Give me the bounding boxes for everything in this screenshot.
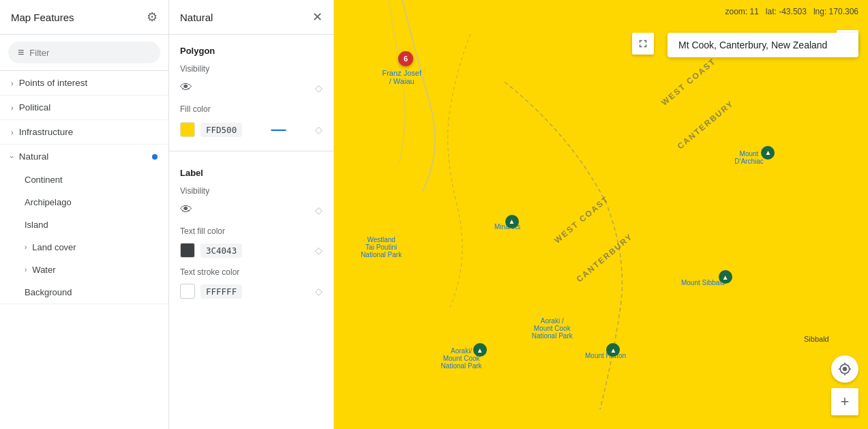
nav-section-infrastructure: › Infrastructure — [0, 120, 168, 145]
sidebar-item-label: Natural — [19, 151, 49, 162]
text-stroke-color-swatch-group: FFFFFF — [180, 284, 242, 299]
label-section-title: Label — [169, 157, 333, 183]
sidebar-item-infrastructure[interactable]: › Infrastructure — [0, 120, 168, 144]
text-fill-color-hex[interactable]: 3C4043 — [200, 243, 242, 258]
fill-color-label: Fill color — [169, 102, 333, 118]
diamond-icon[interactable]: ◇ — [315, 286, 323, 297]
divider — [169, 151, 333, 151]
text-fill-color-label: Text fill color — [169, 224, 333, 240]
label-visibility-row: 👁 ◇ — [169, 200, 333, 224]
nav-section-natural: › Natural Continent Archipelago Island ›… — [0, 145, 168, 304]
eye-icon[interactable]: 👁 — [180, 80, 192, 95]
search-box: Mt Cook, Canterbury, New Zealand — [668, 33, 858, 57]
search-text: Mt Cook, Canterbury, New Zealand — [678, 40, 827, 50]
fill-color-swatch[interactable] — [180, 122, 195, 137]
text-fill-color-swatch[interactable] — [180, 243, 195, 258]
close-icon[interactable]: ✕ — [312, 10, 323, 25]
diamond-icon[interactable]: ◇ — [315, 124, 323, 135]
sidebar-item-water[interactable]: › Water — [0, 258, 168, 281]
sidebar-item-land-cover[interactable]: › Land cover — [0, 236, 168, 258]
filter-input-wrapper: ≡ — [8, 42, 160, 63]
sidebar-item-points-of-interest[interactable]: › Points of interest — [0, 71, 168, 95]
text-stroke-color-swatch[interactable] — [180, 284, 195, 299]
sub-item-label: Background — [25, 287, 72, 297]
polygon-section-title: Polygon — [169, 35, 333, 61]
text-fill-color-swatch-group: 3C4043 — [180, 243, 242, 258]
gear-icon[interactable]: ⚙ — [147, 10, 158, 25]
location-button[interactable] — [831, 355, 858, 383]
sidebar-item-label: Points of interest — [19, 78, 88, 88]
fill-color-hex[interactable]: FFD500 — [200, 123, 242, 137]
map-controls: + — [831, 355, 858, 415]
sub-item-label: Land cover — [32, 242, 76, 252]
chevron-right-icon: › — [8, 156, 16, 158]
active-dot — [152, 154, 158, 160]
chevron-right-icon: › — [25, 243, 27, 251]
sidebar-item-archipelago[interactable]: Archipelago — [0, 191, 168, 213]
text-stroke-color-label: Text stroke color — [169, 265, 333, 281]
filter-bar: ≡ — [0, 35, 168, 71]
text-stroke-color-row: FFFFFF ◇ — [169, 281, 333, 306]
sidebar-item-natural[interactable]: › Natural — [0, 145, 168, 168]
zoom-in-button[interactable]: + — [831, 388, 858, 415]
minarets-peak-marker: ▲ — [505, 215, 519, 228]
mid-panel: Natural ✕ Polygon Visibility 👁 ◇ Fill co… — [169, 0, 334, 429]
text-fill-color-row: 3C4043 ◇ — [169, 240, 333, 265]
filter-icon: ≡ — [18, 46, 24, 59]
diamond-icon[interactable]: ◇ — [315, 245, 323, 256]
chevron-right-icon: › — [11, 79, 14, 87]
sidebar-item-label: Infrastructure — [19, 127, 74, 137]
nav-section-political: › Political — [0, 95, 168, 120]
fill-color-swatch-group: FFD500 — [180, 122, 242, 137]
chevron-right-icon: › — [11, 104, 14, 112]
mount-sibbald-peak-marker: ▲ — [719, 270, 732, 284]
eye-icon[interactable]: 👁 — [180, 203, 192, 217]
label-visibility-label: Visibility — [169, 183, 333, 200]
sub-item-label: Continent — [25, 175, 63, 185]
map-svg — [334, 0, 868, 429]
sidebar-item-continent[interactable]: Continent — [0, 168, 168, 191]
sub-item-label: Archipelago — [25, 197, 72, 207]
diamond-icon[interactable]: ◇ — [315, 205, 323, 216]
mid-panel-header: Natural ✕ — [169, 0, 333, 35]
filter-input[interactable] — [29, 48, 151, 58]
chevron-right-icon: › — [11, 128, 14, 136]
sub-item-label: Island — [25, 220, 48, 230]
left-panel-header: Map Features ⚙ — [0, 0, 168, 35]
marker-label: 6 — [404, 55, 408, 63]
diamond-icon[interactable]: ◇ — [315, 83, 323, 93]
map-area[interactable]: zoom: 11 lat: -43.503 lng: 170.306 Mt Co… — [334, 0, 868, 429]
sidebar-item-background[interactable]: Background — [0, 281, 168, 304]
polygon-visibility-label: Visibility — [169, 61, 333, 78]
fill-color-minus-icon[interactable]: — — [270, 121, 288, 138]
map-features-title: Map Features — [11, 12, 74, 23]
sub-item-label: Water — [32, 265, 55, 275]
nav-section-poi: › Points of interest — [0, 71, 168, 95]
left-panel: Map Features ⚙ ≡ › Points of interest › … — [0, 0, 169, 429]
chevron-right-icon: › — [25, 266, 27, 273]
polygon-visibility-row: 👁 ◇ — [169, 78, 333, 102]
sidebar-item-label: Political — [19, 102, 51, 113]
text-stroke-color-hex[interactable]: FFFFFF — [200, 284, 242, 299]
fill-color-row: FFD500 — ◇ — [169, 118, 333, 145]
aoraki-peak-marker: ▲ — [473, 343, 487, 357]
sidebar-item-island[interactable]: Island — [0, 213, 168, 236]
sidebar-item-political[interactable]: › Political — [0, 95, 168, 119]
natural-panel-title: Natural — [180, 12, 213, 23]
